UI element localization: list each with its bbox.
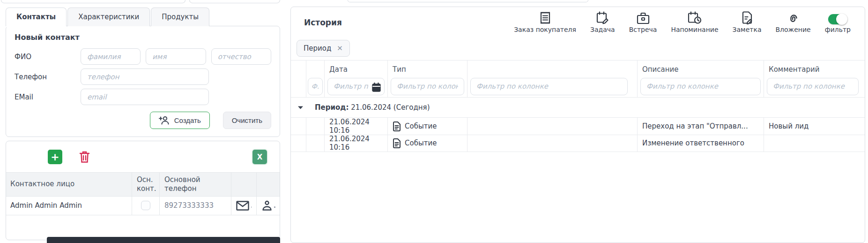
trash-icon — [79, 151, 90, 163]
row-comment: Новый лид — [764, 118, 865, 135]
new-contact-title: Новый контакт — [15, 33, 271, 42]
email-field[interactable] — [81, 89, 209, 105]
col-person-action — [257, 172, 280, 197]
period-filter-chip[interactable]: Период ✕ — [297, 40, 350, 57]
left-tab-bar: Контакты Характеристики Продукты — [6, 7, 280, 26]
comment-filter-input[interactable] — [767, 78, 859, 95]
delete-contact-person-button[interactable] — [77, 150, 92, 164]
chip-close-icon[interactable]: ✕ — [337, 44, 343, 53]
envelope-icon — [236, 201, 249, 211]
lastname-field[interactable] — [81, 48, 141, 65]
description-filter-input[interactable] — [640, 78, 761, 95]
filter-toggle-label: фильтр — [825, 26, 851, 33]
phone-label: Телефон — [15, 73, 81, 81]
col-extra — [467, 61, 638, 76]
row-type: Событие — [405, 139, 437, 147]
group-row-period[interactable]: Период: 21.06.2024 (Сегодня) — [291, 98, 865, 118]
col-main-phone[interactable]: Основной телефон — [160, 172, 231, 197]
row-description: Переход на этап "Отправл... — [638, 118, 764, 135]
task-label: Задача — [590, 26, 615, 33]
clear-form-label: Очистить — [232, 116, 262, 124]
contacts-panel: Контакты Характеристики Продукты Новый к… — [6, 7, 280, 240]
reminder-label: Напоминание — [671, 26, 718, 33]
person-icon — [262, 200, 272, 211]
col-email-action — [231, 172, 257, 197]
firstname-field[interactable] — [146, 48, 206, 65]
filter-toggle-item[interactable]: фильтр — [825, 10, 851, 33]
document-icon — [393, 138, 401, 148]
note-button[interactable]: Заметка — [733, 10, 762, 33]
add-contact-person-button[interactable] — [48, 150, 62, 164]
row-type: Событие — [405, 122, 437, 130]
receipt-icon — [539, 10, 551, 24]
open-person-action[interactable] — [257, 197, 280, 215]
col-flag — [306, 61, 325, 76]
col-comment[interactable]: Комментарий — [764, 61, 865, 76]
cutoff-input-top-left — [1, 0, 185, 3]
note-label: Заметка — [733, 26, 762, 33]
row-description: Изменение ответственного — [638, 135, 764, 152]
group-row-value: 21.06.2024 (Сегодня) — [349, 103, 430, 112]
row-date: 21.06.2024 10:16 — [325, 135, 388, 152]
group-row-label: Период: — [315, 103, 349, 112]
attachment-label: Вложение — [775, 26, 810, 33]
history-title: История — [304, 18, 342, 27]
fio-label: ФИО — [15, 53, 81, 61]
history-panel: История Заказ покупателя Задача — [290, 7, 865, 243]
new-contact-card: Новый контакт ФИО Телефон EMail — [6, 26, 280, 137]
caret-down-icon[interactable] — [297, 106, 304, 110]
contact-persons-table: Контактное лицо Осн. конт. Основной теле… — [6, 172, 280, 215]
col-contact-person[interactable]: Контактное лицо — [6, 172, 132, 197]
tab-products[interactable]: Продукты — [151, 8, 209, 26]
history-row[interactable]: 21.06.2024 10:16 Событие Переход на этап… — [291, 118, 865, 135]
meeting-button[interactable]: Встреча — [629, 10, 657, 33]
customer-order-button[interactable]: Заказ покупателя — [514, 10, 576, 33]
row-date: 21.06.2024 10:16 — [325, 118, 388, 135]
col-description[interactable]: Описание — [638, 61, 764, 76]
paperclip-icon — [786, 10, 800, 24]
bottom-tooltip-bar — [47, 237, 280, 243]
filter-toggle-on[interactable] — [828, 14, 847, 24]
export-excel-button[interactable]: X — [252, 150, 267, 164]
col-main-contact[interactable]: Осн. конт. — [132, 172, 160, 197]
calendar-icon[interactable] — [372, 83, 381, 92]
history-toolbar: Заказ покупателя Задача Встреча — [514, 10, 851, 33]
middlename-field[interactable] — [211, 48, 271, 65]
col-type[interactable]: Тип — [388, 61, 467, 76]
contact-phone: 89273333333 — [160, 197, 231, 215]
create-contact-label: Создать — [174, 116, 201, 124]
history-table: Дата Тип Описание Комментарий Ф. — [291, 60, 865, 152]
person-plus-icon — [159, 116, 170, 125]
type-filter-input[interactable] — [391, 78, 464, 95]
period-chip-label: Период — [304, 44, 331, 53]
briefcase-icon — [637, 10, 650, 24]
calendar-pencil-icon — [596, 10, 609, 24]
file-pencil-icon — [742, 10, 753, 24]
clear-form-button[interactable]: Очистить — [223, 112, 271, 129]
customer-order-label: Заказ покупателя — [514, 26, 576, 33]
flag-filter-input[interactable]: Ф. — [308, 78, 323, 95]
main-contact-checkbox[interactable] — [141, 201, 150, 210]
attachment-button[interactable]: Вложение — [775, 10, 810, 33]
email-label: EMail — [15, 93, 81, 101]
contact-person-row[interactable]: Admin Admin Admin 89273333333 — [6, 197, 280, 215]
tab-contacts[interactable]: Контакты — [6, 8, 67, 26]
tab-characteristics[interactable]: Характеристики — [67, 8, 150, 26]
reminder-button[interactable]: Напоминание — [671, 10, 718, 33]
create-contact-button[interactable]: Создать — [150, 112, 210, 129]
send-email-action[interactable] — [231, 197, 257, 215]
document-icon — [393, 122, 401, 131]
meeting-label: Встреча — [629, 26, 657, 33]
contact-name: Admin Admin Admin — [6, 197, 132, 215]
calendar-clock-icon — [688, 10, 702, 24]
col-date[interactable]: Дата — [325, 61, 388, 76]
col-expander — [291, 61, 306, 76]
phone-field[interactable] — [81, 68, 209, 85]
history-row[interactable]: 21.06.2024 10:16 Событие Изменение ответ… — [291, 135, 865, 152]
task-button[interactable]: Задача — [590, 10, 615, 33]
cutoff-input-top-mid — [189, 0, 280, 3]
extra-filter-input[interactable] — [470, 78, 628, 95]
contact-persons-card: X Контактное лицо Осн. конт. Основной те… — [6, 141, 280, 240]
cutoff-input-top-right — [348, 0, 588, 2]
row-comment — [764, 135, 865, 152]
